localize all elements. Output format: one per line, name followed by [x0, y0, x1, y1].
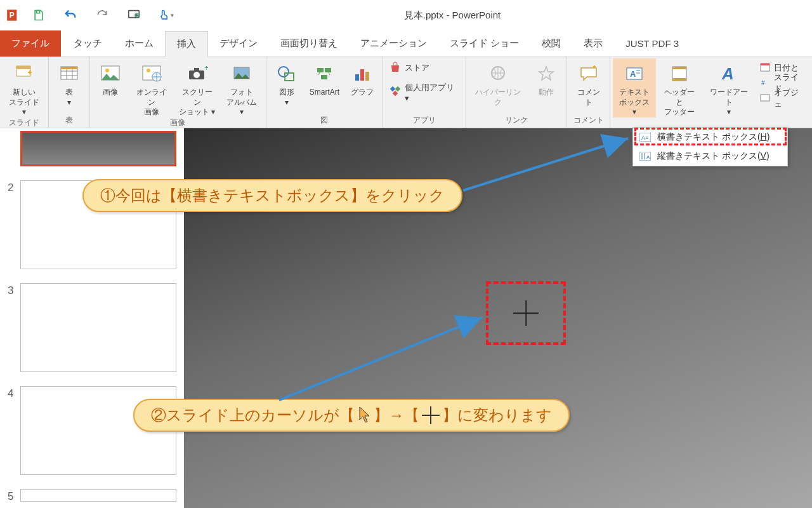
cursor-highlight-box: [486, 281, 566, 345]
svg-rect-2: [37, 11, 40, 13]
tab-insert[interactable]: 挿入: [165, 31, 208, 57]
group-text: A テキスト ボックス ▾ ヘッダーと フッター A ワードアート ▾ 日付と …: [610, 57, 812, 128]
chart-label: グラフ: [351, 88, 374, 98]
screenshot-icon: +: [185, 61, 210, 86]
svg-rect-27: [321, 75, 327, 79]
table-button[interactable]: 表 ▾: [51, 58, 87, 107]
group-text-label: [613, 117, 809, 128]
hyperlink-button[interactable]: ハイパーリンク: [469, 58, 527, 107]
thumb-num-3: 3: [8, 283, 20, 297]
action-icon: [534, 61, 559, 86]
svg-rect-28: [355, 74, 359, 81]
vertical-textbox-item[interactable]: A 縦書きテキスト ボックス(V): [633, 147, 787, 166]
svg-rect-20: [194, 68, 199, 71]
svg-text:#: #: [761, 79, 765, 86]
action-button[interactable]: 動作: [528, 58, 564, 98]
undo-icon[interactable]: [62, 7, 79, 23]
svg-rect-46: [761, 95, 769, 101]
myapps-button[interactable]: 個人用アプリ ▾: [390, 85, 459, 99]
smartart-button[interactable]: SmartArt: [306, 58, 343, 98]
ribbon: 新しい スライド ▾ スライド 表 ▾ 表 画像 オンライン 画像 +: [0, 57, 812, 128]
header-footer-label: ヘッダーと フッター: [661, 88, 698, 117]
textbox-button[interactable]: A テキスト ボックス ▾: [613, 58, 656, 117]
picture-button[interactable]: 画像: [93, 58, 128, 98]
comment-label: コメント: [573, 88, 603, 107]
ribbon-tabs: ファイル タッチ ホーム 挿入 デザイン 画面切り替え アニメーション スライド…: [0, 30, 812, 57]
touch-mode-icon[interactable]: ▾: [157, 7, 174, 23]
picture-label: 画像: [103, 88, 118, 98]
photo-album-icon: [229, 61, 254, 86]
save-icon[interactable]: [30, 7, 47, 23]
store-label: ストア: [405, 62, 429, 74]
callout2-text-b: 】→【: [374, 405, 419, 425]
horizontal-textbox-label: 横書きテキスト ボックス(H): [657, 131, 769, 143]
textbox-label: テキスト ボックス ▾: [617, 88, 652, 117]
wordart-button[interactable]: A ワードアート ▾: [703, 58, 755, 117]
header-footer-button[interactable]: ヘッダーと フッター: [657, 58, 702, 117]
tab-justpdf[interactable]: JUST PDF 3: [614, 30, 690, 57]
tab-slideshow[interactable]: スライド ショー: [438, 30, 530, 57]
store-button[interactable]: ストア: [390, 61, 459, 75]
hyperlink-label: ハイパーリンク: [473, 88, 523, 107]
redo-icon[interactable]: [94, 7, 110, 23]
wordart-icon: A: [716, 61, 742, 86]
arrow-cursor-icon: [357, 406, 371, 425]
action-label: 動作: [539, 88, 554, 98]
photo-album-button[interactable]: フォト アルバム ▾: [220, 58, 263, 117]
tab-file[interactable]: ファイル: [0, 30, 61, 57]
shapes-icon: [274, 61, 299, 86]
thumb-num-1: [8, 131, 20, 132]
tab-view[interactable]: 表示: [572, 30, 614, 57]
textbox-dropdown: A≡ 横書きテキスト ボックス(H) A 縦書きテキスト ボックス(V): [632, 127, 788, 166]
online-picture-button[interactable]: オンライン 画像: [129, 58, 174, 117]
tab-touch[interactable]: タッチ: [62, 30, 114, 57]
tab-animation[interactable]: アニメーション: [349, 30, 438, 57]
slide-thumb-3[interactable]: [20, 283, 176, 372]
svg-text:+: +: [204, 64, 208, 72]
callout2-text-c: 】に変わります: [442, 405, 552, 425]
comment-button[interactable]: コメント: [570, 58, 607, 107]
svg-rect-12: [61, 67, 77, 69]
tab-review[interactable]: 校閲: [530, 30, 572, 57]
textbox-icon: A: [622, 61, 647, 86]
crosshair-cursor-icon: [513, 300, 539, 326]
annotation-callout-1: ①今回は【横書きテキストボックス】をクリック: [82, 179, 462, 212]
title-bar: P ▾ 見本.pptx - PowerPoint: [0, 0, 812, 30]
group-comment-label: コメント: [570, 115, 607, 128]
group-apps: ストア 個人用アプリ ▾ アプリ: [383, 57, 466, 128]
tab-home[interactable]: ホーム: [114, 30, 165, 57]
annotation-callout-2: ②スライド上のカーソルが【 】→【 】に変わります: [133, 399, 570, 432]
slide-thumb-1[interactable]: [20, 131, 176, 166]
screenshot-button[interactable]: + スクリーン ショット ▾: [175, 58, 219, 117]
group-images: 画像 オンライン 画像 + スクリーン ショット ▾ フォト アルバム ▾ 画像: [90, 57, 266, 128]
group-links: ハイパーリンク 動作 リンク: [466, 57, 567, 128]
chart-button[interactable]: グラフ: [344, 58, 380, 98]
photo-album-label: フォト アルバム ▾: [224, 88, 259, 117]
comment-icon: [576, 61, 601, 86]
group-illust-label: 図: [269, 115, 380, 128]
tab-transition[interactable]: 画面切り替え: [269, 30, 349, 57]
new-slide-button[interactable]: 新しい スライド ▾: [3, 58, 46, 117]
slideshow-icon[interactable]: [126, 7, 142, 23]
group-links-label: リンク: [469, 115, 564, 128]
svg-rect-31: [390, 86, 395, 91]
object-icon: [760, 93, 770, 105]
svg-text:A: A: [721, 64, 734, 83]
object-button[interactable]: オブジェ: [760, 91, 806, 105]
horizontal-textbox-item[interactable]: A≡ 横書きテキスト ボックス(H): [633, 128, 787, 147]
svg-text:A: A: [646, 154, 650, 160]
tab-design[interactable]: デザイン: [208, 30, 269, 57]
svg-rect-29: [360, 69, 364, 81]
shapes-button[interactable]: 図形 ▾: [269, 58, 304, 107]
store-icon: [390, 62, 401, 75]
smartart-label: SmartArt: [310, 88, 339, 98]
slide-thumb-5[interactable]: [20, 489, 176, 502]
svg-rect-40: [672, 67, 686, 69]
thumb-num-2: 2: [8, 180, 20, 194]
svg-point-19: [193, 72, 200, 78]
group-table: 表 ▾ 表: [49, 57, 90, 128]
vertical-textbox-icon: A: [639, 151, 651, 161]
svg-rect-44: [761, 64, 769, 65]
screenshot-label: スクリーン ショット ▾: [179, 88, 216, 117]
cross-cursor-icon: [422, 406, 440, 424]
